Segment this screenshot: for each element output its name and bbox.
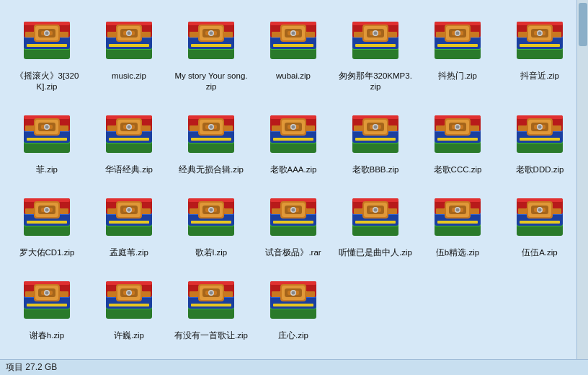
file-label: My story Your song.zip [174, 71, 248, 92]
file-label: 试音极品》.rar [265, 247, 321, 258]
svg-rect-164 [273, 138, 313, 141]
svg-rect-268 [190, 208, 198, 214]
svg-rect-253 [142, 208, 151, 214]
file-label: 庄心.zip [278, 330, 308, 341]
file-label: 许巍.zip [114, 330, 144, 341]
file-item[interactable]: 匆匆那年320KMP3.zip [336, 6, 415, 97]
file-item[interactable]: 抖热门.zip [418, 6, 497, 97]
file-item[interactable]: 抖音近.zip [500, 6, 579, 97]
svg-rect-301 [388, 208, 397, 214]
file-label: 老歌DDD.zip [516, 164, 564, 175]
file-item[interactable]: 庄心.zip [254, 265, 333, 345]
svg-rect-52 [273, 44, 313, 47]
zip-icon [100, 270, 158, 327]
svg-rect-125 [60, 125, 68, 131]
svg-rect-100 [520, 44, 560, 47]
svg-point-351 [45, 291, 49, 294]
svg-point-207 [456, 125, 460, 128]
svg-rect-36 [191, 44, 231, 47]
svg-rect-189 [388, 125, 397, 131]
svg-rect-252 [107, 208, 116, 214]
svg-point-31 [128, 32, 131, 35]
svg-rect-140 [107, 125, 116, 131]
svg-rect-308 [437, 221, 478, 224]
svg-rect-316 [436, 208, 445, 214]
svg-rect-348 [25, 291, 34, 297]
svg-rect-365 [142, 291, 151, 297]
file-item[interactable]: 老歌DDD.zip [500, 100, 579, 180]
zip-icon [511, 104, 569, 162]
svg-rect-317 [471, 208, 479, 214]
file-label: 伍伍A.zip [522, 247, 558, 258]
file-item[interactable]: 许巍.zip [89, 265, 169, 345]
svg-point-79 [374, 32, 378, 35]
zip-icon [264, 270, 322, 327]
file-item[interactable]: 经典无损合辑.zip [172, 100, 251, 180]
svg-rect-60 [272, 32, 280, 38]
svg-rect-236 [25, 208, 34, 214]
file-item[interactable]: 孟庭苇.zip [89, 182, 169, 262]
file-item[interactable]: 老歌CCC.zip [418, 100, 497, 180]
svg-rect-141 [142, 125, 151, 131]
file-label: 歌若l.zip [195, 247, 227, 258]
svg-rect-77 [388, 32, 397, 38]
svg-rect-204 [436, 125, 445, 131]
status-text: 项目 27.2 GB [6, 361, 57, 374]
svg-point-191 [374, 125, 378, 128]
svg-rect-4 [27, 44, 67, 47]
scrollbar[interactable] [576, 0, 588, 359]
file-item[interactable]: music.zip [89, 6, 169, 97]
svg-rect-45 [224, 32, 233, 38]
file-item[interactable]: 老歌AAA.zip [254, 100, 333, 180]
svg-rect-12 [25, 32, 34, 38]
file-item[interactable]: 华语经典.zip [89, 100, 169, 180]
file-label: 有没有一首歌让.zip [174, 330, 248, 341]
file-label: 抖热门.zip [438, 71, 477, 81]
svg-rect-124 [25, 125, 34, 131]
svg-point-159 [210, 125, 213, 128]
file-item[interactable]: 罗大佑CD1.zip [7, 182, 86, 262]
zip-icon [182, 10, 240, 68]
file-label: music.zip [112, 71, 146, 81]
file-item[interactable]: 有没有一首歌让.zip [172, 265, 251, 345]
svg-rect-172 [272, 125, 280, 131]
file-item[interactable]: 听懂已是曲中人.zip [336, 182, 415, 262]
file-item[interactable]: 歌若l.zip [172, 182, 251, 262]
svg-point-399 [292, 291, 295, 294]
zip-icon [18, 104, 76, 162]
zip-icon [264, 104, 322, 162]
file-item[interactable]: 试音极品》.rar [254, 182, 333, 262]
file-item[interactable]: 谢春h.zip [7, 265, 86, 345]
file-item[interactable]: 菲.zip [7, 100, 86, 180]
svg-rect-381 [224, 291, 233, 297]
svg-rect-132 [109, 138, 149, 141]
file-label: 抖音近.zip [520, 71, 559, 81]
file-label: 菲.zip [36, 164, 58, 175]
file-item[interactable]: 伍伍A.zip [500, 182, 579, 262]
svg-point-15 [45, 32, 49, 35]
zip-icon [347, 187, 404, 244]
svg-rect-68 [355, 44, 396, 47]
svg-rect-20 [109, 44, 149, 47]
file-item[interactable]: 《摇滚火》3[320K].zip [7, 6, 86, 97]
svg-point-239 [45, 208, 49, 211]
svg-rect-380 [190, 291, 198, 297]
svg-rect-340 [27, 304, 67, 306]
file-item[interactable]: wubai.zip [254, 6, 333, 97]
zip-icon [18, 10, 76, 68]
zip-icon [100, 10, 158, 68]
file-item[interactable]: 老歌BBB.zip [336, 100, 415, 180]
scrollbar-thumb[interactable] [579, 3, 587, 46]
zip-icon [100, 104, 158, 162]
file-item[interactable]: 伍b精选.zip [418, 182, 497, 262]
zip-icon [511, 187, 569, 244]
zip-icon [100, 187, 158, 244]
zip-icon [429, 10, 486, 68]
zip-icon [182, 270, 240, 327]
zip-icon [182, 104, 240, 162]
svg-rect-228 [27, 221, 67, 224]
file-item[interactable]: My story Your song.zip [172, 6, 251, 97]
svg-point-95 [456, 32, 460, 35]
svg-rect-173 [306, 125, 315, 131]
svg-rect-292 [355, 221, 396, 224]
